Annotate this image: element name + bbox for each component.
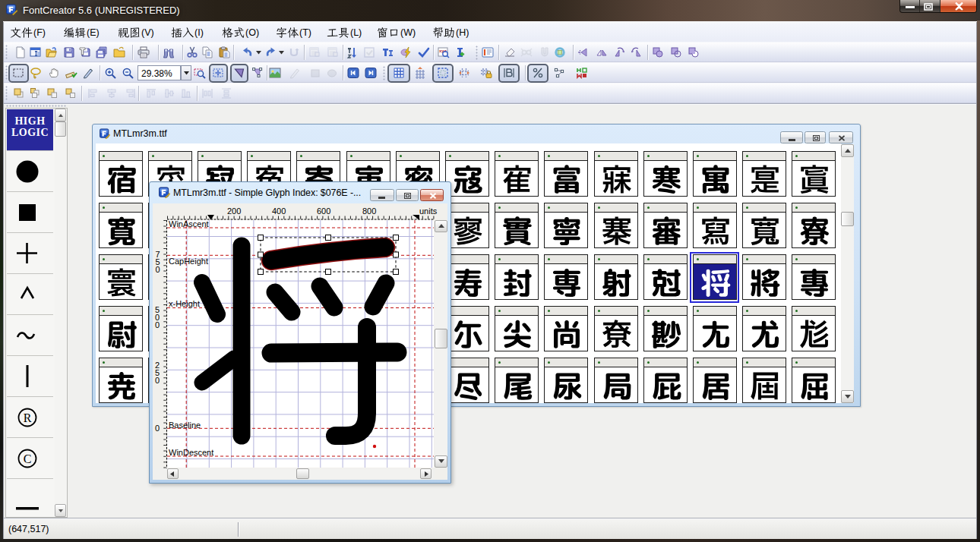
svg-text:C: C bbox=[24, 452, 32, 465]
svg-text:R: R bbox=[24, 411, 32, 424]
